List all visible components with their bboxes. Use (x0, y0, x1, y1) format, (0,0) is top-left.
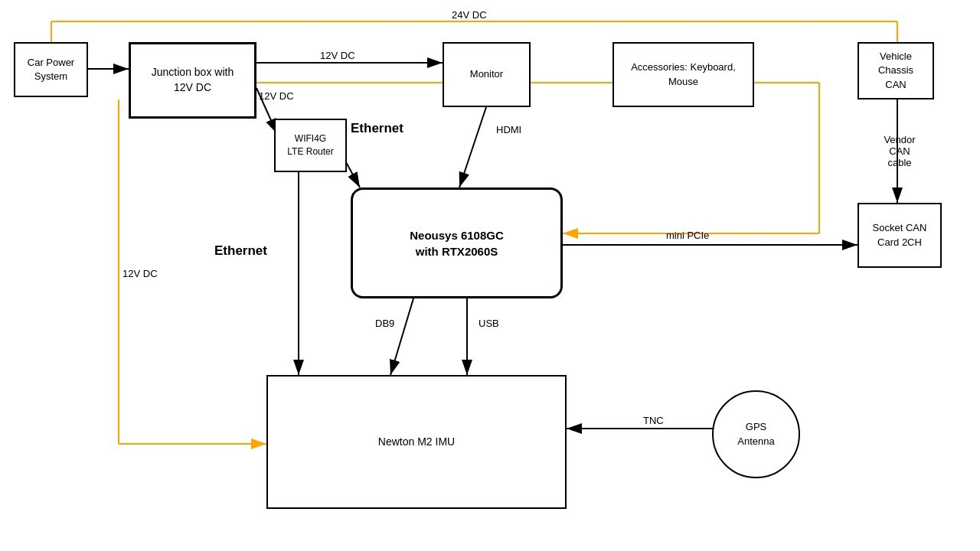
wifi-router-box: WIFI4G LTE Router (274, 119, 347, 172)
12v-dc-junction-label: 12V DC (259, 90, 294, 102)
wifi-router-label: WIFI4G LTE Router (287, 132, 333, 158)
vehicle-chassis-label: Vehicle Chassis CAN (878, 50, 913, 92)
accessories-box: Accessories: Keyboard, Mouse (612, 42, 754, 107)
ethernet-top-label: Ethernet (351, 121, 403, 136)
newton-imu-label: Newton M2 IMU (378, 435, 455, 450)
monitor-box: Monitor (443, 42, 531, 107)
car-power-system-box: Car Power System (14, 42, 88, 97)
tnc-label: TNC (643, 415, 664, 426)
junction-box-label: Junction box with 12V DC (152, 65, 234, 95)
junction-box: Junction box with 12V DC (129, 42, 256, 119)
gps-antenna-box: GPS Antenna (712, 390, 800, 478)
newton-imu-box: Newton M2 IMU (266, 375, 567, 509)
vehicle-chassis-box: Vehicle Chassis CAN (858, 42, 934, 99)
accessories-label: Accessories: Keyboard, Mouse (631, 60, 736, 88)
12v-dc-left-label: 12V DC (122, 268, 158, 279)
svg-line-17 (390, 298, 413, 375)
monitor-label: Monitor (470, 67, 503, 81)
vendor-can-label: Vendor CAN cable (865, 134, 934, 168)
24v-dc-label: 24V DC (452, 9, 487, 21)
socket-can-label: Socket CAN Card 2CH (873, 221, 927, 249)
neousys-box: Neousys 6108GC with RTX2060S (351, 187, 563, 298)
ethernet-left-label: Ethernet (214, 243, 267, 259)
mini-pcie-label: mini PCIe (666, 230, 709, 241)
neousys-label: Neousys 6108GC with RTX2060S (410, 227, 504, 259)
socket-can-box: Socket CAN Card 2CH (858, 203, 942, 268)
db9-label: DB9 (375, 318, 394, 329)
hdmi-label: HDMI (496, 124, 521, 135)
gps-antenna-label: GPS Antenna (737, 420, 774, 448)
usb-label: USB (479, 318, 499, 329)
svg-line-15 (459, 107, 486, 187)
12v-dc-top-label: 12V DC (320, 50, 355, 61)
car-power-label: Car Power System (28, 56, 74, 83)
